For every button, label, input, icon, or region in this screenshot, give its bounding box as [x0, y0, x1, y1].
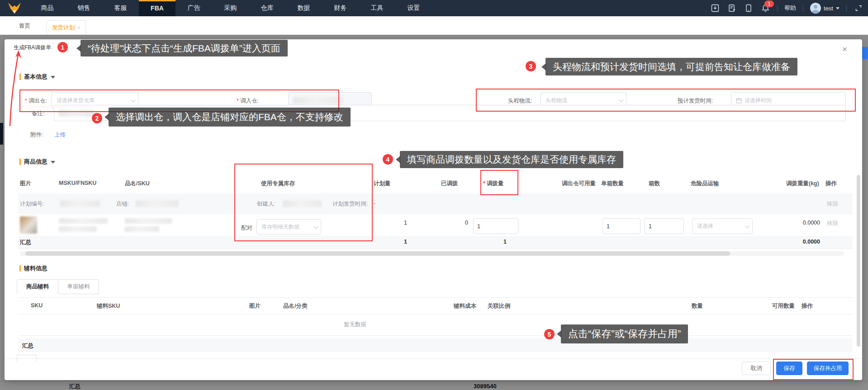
avatar — [810, 3, 821, 14]
tab-label: 发货计划 — [52, 24, 75, 32]
col-transferred: 已调拨 — [441, 180, 458, 188]
summary-qty: 1 — [493, 239, 507, 245]
clipped-blue-button[interactable] — [861, 47, 868, 59]
tab-home[interactable]: 首页 — [19, 22, 30, 30]
doc-add-icon[interactable] — [727, 3, 737, 13]
col-name-sku: 品名/SKU — [125, 180, 150, 188]
col-ratio: 关联比例 — [488, 302, 510, 310]
step-badge-4: 4 — [383, 154, 393, 164]
notification-badge: 1 — [764, 0, 774, 7]
attachment-label: 附件: — [30, 131, 43, 139]
pair-link[interactable]: 配对 — [241, 224, 252, 232]
step-badge-1: 1 — [57, 42, 68, 52]
from-warehouse-label: *调出仓: — [25, 97, 47, 105]
save-occupy-button[interactable]: 保存并占用 — [807, 362, 849, 375]
expand-icon[interactable] — [854, 3, 863, 13]
aux-info-section-header[interactable]: 辅料信息 — [19, 264, 47, 273]
aux-empty-row: 暂无数据 — [18, 314, 853, 336]
nav-item-goods[interactable]: 商品 — [29, 0, 66, 16]
cancel-button[interactable]: 取消 — [742, 362, 771, 375]
empty-text: 暂无数据 — [344, 321, 366, 329]
step-badge-3: 3 — [526, 61, 536, 71]
col-image: 图片 — [20, 180, 31, 188]
nav-item-tools[interactable]: 工具 — [359, 0, 395, 16]
redacted-text — [59, 226, 97, 232]
calendar-icon — [736, 98, 742, 103]
tab-goods-aux[interactable]: 商品辅料 — [17, 279, 58, 294]
boxes-input[interactable] — [645, 218, 684, 234]
aux-table-header: SKU 辅料SKU 图片 品名/分类 辅料成本 关联比例 数量 可用数量 操作 — [18, 297, 853, 315]
step-badge-2: 2 — [92, 113, 102, 123]
section-bar — [19, 265, 21, 272]
remove-plan-link[interactable]: 移除 — [827, 200, 838, 208]
col-qty: 数量 — [692, 302, 703, 310]
stock-detail-select[interactable]: 库存明细无数据 — [256, 219, 321, 235]
per-box-input[interactable] — [602, 218, 640, 234]
goods-info-section-header[interactable]: 商品信息 — [19, 158, 55, 166]
callout-arrow-icon — [557, 330, 561, 338]
nav-item-service[interactable]: 客服 — [102, 0, 139, 16]
plan-no-label: 计划编号: — [20, 200, 44, 208]
nav-item-warehouse[interactable]: 仓库 — [249, 0, 285, 16]
transfer-qty-input[interactable] — [473, 218, 518, 234]
app-logo[interactable] — [0, 0, 29, 16]
callout-3: 头程物流和预计发货时间选填，可提前告知让仓库做准备 — [545, 58, 797, 75]
product-row: 配对 库存明细无数据 1 0 - 请选择 0.0000 移除 — [18, 214, 853, 236]
save-button[interactable]: 保存 — [776, 362, 802, 375]
col-exclusive-stock: 使用专属库存 — [261, 180, 295, 188]
generate-fba-transfer-modal: 生成FBA调拨单 × 1 “待处理”状态下点击“生成FBA调拨单”进入页面 基本… — [5, 39, 862, 380]
nav-item-purchase[interactable]: 采购 — [212, 0, 249, 16]
summary-label: 汇总 — [20, 239, 31, 246]
callout-4: 填写商品调拨数量以及发货仓库是否使用专属库存 — [400, 151, 623, 168]
col-aux-cost: 辅料成本 — [454, 302, 476, 310]
divider — [846, 5, 847, 12]
redacted-text — [283, 200, 322, 207]
danger-goods-select[interactable]: 请选择 — [692, 218, 753, 234]
annotation-arrow — [5, 48, 27, 130]
nav-item-ads[interactable]: 广告 — [175, 0, 212, 16]
remark-label: 备注: — [32, 110, 44, 117]
callout-1: “待处理”状态下点击“生成FBA调拨单”进入页面 — [81, 40, 288, 56]
col-aux-name: 品名/分类 — [283, 302, 307, 310]
aux-summary-row: 汇总 — [18, 338, 853, 352]
plan-info-row: 计划编号: 店铺: 创建人: 计划发货时间: - 移除 — [18, 193, 853, 215]
nav-item-finance[interactable]: 财务 — [322, 0, 359, 16]
redacted-text — [125, 226, 159, 232]
vertical-scrollbar-thumb[interactable] — [857, 175, 860, 347]
mobile-icon[interactable] — [744, 3, 754, 13]
divider — [777, 5, 778, 12]
nav-item-sales[interactable]: 销售 — [66, 0, 102, 16]
user-menu[interactable]: test — [810, 3, 840, 14]
col-per-box: 单箱数量 — [601, 180, 624, 188]
nav-item-data[interactable]: 数据 — [285, 0, 322, 16]
basic-info-section-header[interactable]: 基本信息 — [19, 73, 55, 81]
username: test — [824, 5, 833, 12]
collapse-caret-icon — [51, 76, 55, 79]
col-danger: 危险品运输 — [691, 180, 719, 188]
weight-value: 0.0000 — [793, 220, 820, 226]
modal-close-icon[interactable]: × — [842, 45, 847, 53]
to-warehouse-label: *调入仓: — [237, 97, 259, 105]
help-link[interactable]: 帮助 — [784, 4, 796, 12]
callout-2: 选择调出仓，调入仓是店铺对应的FBA仓，不支持修改 — [109, 108, 351, 127]
callout-arrow-icon — [104, 113, 109, 121]
bell-icon[interactable]: 1 — [760, 3, 770, 13]
col-aux-sku: 辅料SKU — [97, 302, 120, 310]
upload-link[interactable]: 上传 — [54, 131, 66, 139]
summary-weight: 0.0000 — [793, 239, 820, 245]
col-planned: 计划量 — [374, 180, 391, 188]
tab-close-icon[interactable]: × — [77, 25, 80, 30]
tab-order-aux[interactable]: 单据辅料 — [58, 279, 99, 294]
download-icon[interactable] — [710, 3, 720, 13]
col-actions: 操作 — [825, 180, 837, 188]
horizontal-scrollbar-thumb[interactable] — [25, 251, 730, 256]
remove-row-link[interactable]: 移除 — [827, 220, 838, 227]
col-sku: SKU — [31, 302, 43, 309]
redacted-text — [125, 218, 172, 224]
nav-item-fba[interactable]: FBA — [139, 0, 175, 16]
chevron-down-icon — [313, 224, 318, 229]
chevron-down-icon — [745, 223, 750, 228]
plan-time-value: - — [374, 200, 375, 207]
tab-shipping-plan[interactable]: 发货计划 × — [47, 20, 86, 35]
nav-item-settings[interactable]: 设置 — [395, 0, 432, 16]
